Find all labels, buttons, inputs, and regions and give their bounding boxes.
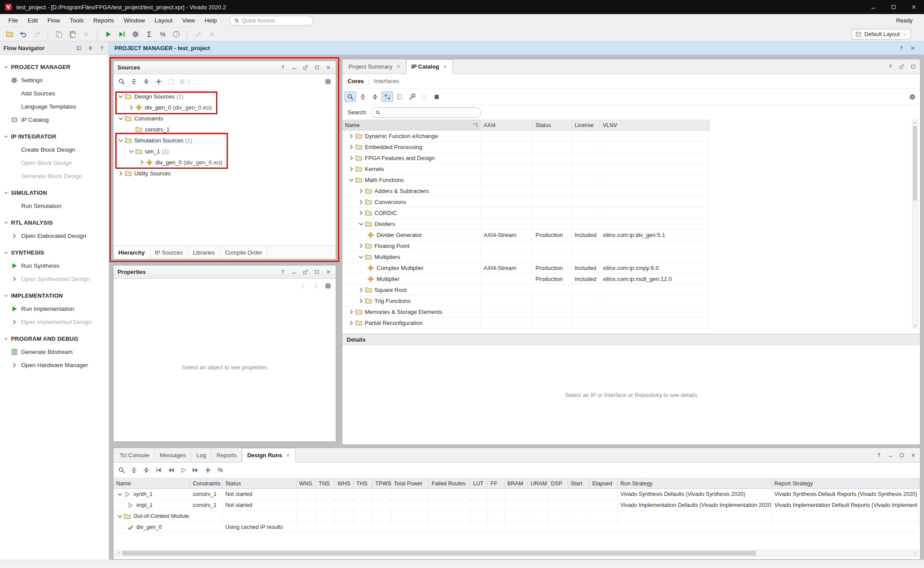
- minimize-button[interactable]: [290, 64, 297, 71]
- filter-count-button[interactable]: 0: [177, 76, 192, 87]
- ip-catalog-row-dividers[interactable]: Dividers: [342, 218, 709, 229]
- scrollbar-thumb[interactable]: [913, 126, 917, 200]
- flow-section-header-project-manager[interactable]: PROJECT MANAGER: [0, 60, 109, 73]
- flow-section-header-rtl-analysis[interactable]: RTL ANALYSIS: [0, 216, 109, 229]
- ip-search-input[interactable]: [371, 107, 481, 118]
- scroll-right-icon[interactable]: [912, 550, 918, 556]
- column-header-status[interactable]: Status: [533, 120, 572, 130]
- ip-catalog-row-multiplier[interactable]: MultiplierProductionIncludedxilinx.com:i…: [342, 273, 709, 284]
- gear-button[interactable]: [906, 91, 918, 102]
- search-button[interactable]: [345, 91, 356, 102]
- maximize-button[interactable]: [884, 0, 904, 14]
- scroll-left-icon[interactable]: [115, 550, 121, 556]
- column-header-name[interactable]: Name: [114, 478, 190, 488]
- column-header-tpws[interactable]: TPWS: [373, 478, 391, 488]
- column-header-uram[interactable]: URAM: [528, 478, 548, 488]
- expander-closed-icon[interactable]: [357, 242, 365, 250]
- wrench-button[interactable]: [406, 91, 418, 102]
- stop-button[interactable]: [431, 91, 442, 102]
- cancel-button[interactable]: [206, 29, 218, 40]
- menu-view[interactable]: View: [177, 14, 200, 27]
- flownav-item-run-implementation[interactable]: Run Implementation: [0, 302, 109, 315]
- float-button[interactable]: [898, 63, 905, 70]
- quick-access-input[interactable]: Quick Access: [230, 16, 313, 25]
- maximize-button[interactable]: [909, 63, 917, 70]
- expander-closed-icon[interactable]: [357, 209, 365, 217]
- menu-flow[interactable]: Flow: [43, 14, 65, 27]
- column-header-report-strategy[interactable]: Report Strategy: [772, 478, 919, 488]
- minimize-button[interactable]: [863, 0, 884, 14]
- collapse-all-button[interactable]: [128, 76, 139, 87]
- plus-button[interactable]: [202, 465, 213, 476]
- redo-button[interactable]: [31, 29, 43, 40]
- column-header-start[interactable]: Start: [568, 478, 590, 488]
- sources-panel-header[interactable]: Sources ?: [114, 61, 336, 74]
- float-button[interactable]: [302, 64, 309, 71]
- layout-selector[interactable]: Default Layout: [851, 29, 911, 40]
- column-header-constraints[interactable]: Constraints: [190, 478, 223, 488]
- percent-button[interactable]: %: [157, 29, 169, 40]
- expander-closed-icon[interactable]: [117, 170, 125, 177]
- expand-all-button[interactable]: [140, 465, 152, 476]
- column-header-elapsed[interactable]: Elapsed: [590, 478, 618, 488]
- expander-open-icon[interactable]: [357, 220, 365, 228]
- flownav-item-open-synthesized-design[interactable]: Open Synthesized Design: [0, 272, 109, 285]
- column-header-bram[interactable]: BRAM: [505, 478, 528, 488]
- target-button[interactable]: [418, 91, 430, 102]
- expander-open-icon[interactable]: [357, 253, 365, 261]
- column-header-vlnv[interactable]: VLNV: [600, 120, 709, 130]
- group-button[interactable]: [381, 91, 393, 102]
- step-run-button[interactable]: [116, 29, 128, 40]
- flownav-item-language-templates[interactable]: Language Templates: [0, 100, 109, 113]
- sources-tab-libraries[interactable]: Libraries: [188, 246, 220, 259]
- edit-button[interactable]: [192, 29, 204, 40]
- column-header-whs[interactable]: WHS: [335, 478, 354, 488]
- collapse-all-button[interactable]: [128, 465, 139, 476]
- minimize-button[interactable]: [887, 451, 894, 459]
- dock-button[interactable]: [75, 44, 82, 51]
- rewind-button[interactable]: [165, 465, 176, 476]
- copy-button[interactable]: [53, 29, 65, 40]
- ip-catalog-row-kernels[interactable]: Kernels: [342, 164, 709, 175]
- flownav-item-create-block-design[interactable]: Create Block Design: [0, 143, 109, 156]
- close-button[interactable]: [325, 269, 332, 276]
- ip-catalog-row-adders-subtracters[interactable]: Adders & Subtracters: [342, 186, 709, 197]
- expander-closed-icon[interactable]: [128, 104, 135, 111]
- design-run-row-out-of-context-module-runs[interactable]: Out-of-Context Module Runs: [114, 511, 919, 522]
- subtab-interfaces[interactable]: Interfaces: [374, 78, 399, 84]
- results-tab-tcl-console[interactable]: Tcl Console: [114, 448, 154, 462]
- close-icon[interactable]: [443, 64, 447, 69]
- expander-closed-icon[interactable]: [348, 132, 355, 140]
- expander-closed-icon[interactable]: [138, 159, 146, 166]
- menu-reports[interactable]: Reports: [88, 14, 119, 27]
- column-header-tns[interactable]: TNS: [316, 478, 335, 488]
- scrollbar-thumb[interactable]: [122, 551, 756, 556]
- results-tab-log[interactable]: Log: [191, 448, 211, 462]
- flownav-item-open-hardware-manager[interactable]: Open Hardware Manager: [0, 358, 109, 371]
- flownav-item-settings[interactable]: Settings: [0, 73, 109, 87]
- close-button[interactable]: [909, 44, 916, 51]
- menu-file[interactable]: File: [4, 14, 23, 27]
- search-button[interactable]: [116, 76, 127, 87]
- menu-layout[interactable]: Layout: [150, 14, 177, 27]
- collapse-all-button[interactable]: [357, 91, 368, 102]
- flownav-item-open-elaborated-design[interactable]: Open Elaborated Design: [0, 229, 109, 242]
- close-icon[interactable]: [396, 64, 401, 69]
- open-project-button[interactable]: [4, 29, 15, 40]
- close-button[interactable]: [904, 0, 924, 14]
- delete-button[interactable]: [80, 29, 92, 40]
- back-button[interactable]: [297, 281, 309, 291]
- close-button[interactable]: [325, 64, 332, 71]
- plus-button[interactable]: [153, 76, 164, 87]
- sources-tree-item-design-sources[interactable]: Design Sources(1): [114, 91, 336, 102]
- sources-tree-item-constrs-1[interactable]: constrs_1: [114, 124, 336, 135]
- editor-tab-project-summary[interactable]: Project Summary: [343, 59, 406, 74]
- float-button[interactable]: [302, 269, 309, 276]
- expander-open-icon[interactable]: [117, 93, 125, 100]
- ip-catalog-row-divider-generator[interactable]: Divider GeneratorAXI4-StreamProductionIn…: [342, 229, 709, 240]
- flownav-item-generate-block-design[interactable]: Generate Block Design: [0, 169, 109, 182]
- maximize-button[interactable]: [313, 269, 320, 276]
- sum-button[interactable]: Σ: [143, 29, 155, 40]
- expander-closed-icon[interactable]: [357, 198, 365, 206]
- ip-catalog-row-math-functions[interactable]: Math Functions: [342, 175, 709, 186]
